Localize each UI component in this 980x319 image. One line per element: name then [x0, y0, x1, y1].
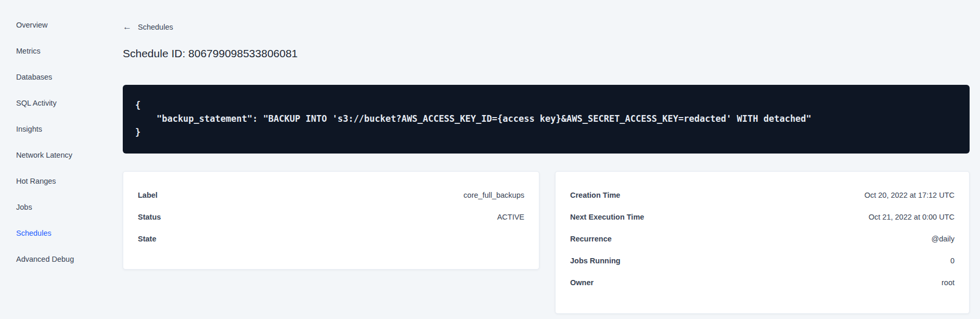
sidebar-item-insights[interactable]: Insights [0, 116, 102, 142]
back-link-label: Schedules [138, 23, 173, 31]
sidebar-item-jobs[interactable]: Jobs [0, 194, 102, 220]
row-label: Jobs Running [570, 257, 621, 265]
row-value: Oct 21, 2022 at 0:00 UTC [869, 213, 955, 221]
row-label: Next Execution Time [570, 213, 644, 221]
sidebar-nav: Overview Metrics Databases SQL Activity … [0, 0, 102, 319]
schedule-statement-code-block: { "backup_statement": "BACKUP INTO 's3:/… [123, 85, 970, 154]
sidebar-item-network-latency[interactable]: Network Latency [0, 142, 102, 168]
row-value: @daily [931, 235, 955, 243]
table-row: Recurrence @daily [570, 228, 955, 250]
back-to-schedules-link[interactable]: ← Schedules [123, 22, 173, 31]
page-title: Schedule ID: 806799098533806081 [123, 46, 298, 61]
sidebar-item-sql-activity[interactable]: SQL Activity [0, 90, 102, 116]
sidebar-item-overview[interactable]: Overview [0, 12, 102, 38]
table-row: Next Execution Time Oct 21, 2022 at 0:00… [570, 206, 955, 228]
code-line: } [135, 125, 957, 139]
table-row: Creation Time Oct 20, 2022 at 17:12 UTC [570, 184, 955, 206]
row-label: State [138, 235, 156, 243]
schedule-details-card: Label core_full_backups Status ACTIVE St… [123, 171, 539, 270]
schedule-detail-page: Overview Metrics Databases SQL Activity … [0, 0, 980, 319]
table-row: Status ACTIVE [138, 206, 524, 228]
sidebar-item-hot-ranges[interactable]: Hot Ranges [0, 168, 102, 194]
code-line: { [135, 98, 957, 112]
table-row: Label core_full_backups [138, 184, 524, 206]
row-label: Status [138, 213, 161, 221]
table-row: State [138, 228, 524, 250]
row-label: Owner [570, 278, 594, 287]
table-row: Owner root [570, 272, 955, 294]
summary-cards: Label core_full_backups Status ACTIVE St… [123, 171, 970, 314]
sidebar-item-schedules[interactable]: Schedules [0, 220, 102, 246]
sidebar-nav-list: Overview Metrics Databases SQL Activity … [0, 12, 102, 272]
sidebar-item-advanced-debug[interactable]: Advanced Debug [0, 246, 102, 272]
arrow-left-icon: ← [123, 22, 132, 31]
code-line: "backup_statement": "BACKUP INTO 's3://b… [135, 112, 957, 125]
row-label: Recurrence [570, 235, 612, 243]
row-label: Label [138, 191, 158, 199]
row-value: core_full_backups [463, 191, 524, 199]
table-row: Jobs Running 0 [570, 250, 955, 272]
schedule-timing-card: Creation Time Oct 20, 2022 at 17:12 UTC … [555, 171, 970, 314]
sidebar-item-metrics[interactable]: Metrics [0, 38, 102, 64]
row-value: Oct 20, 2022 at 17:12 UTC [865, 191, 955, 199]
row-value: ACTIVE [497, 213, 524, 221]
row-label: Creation Time [570, 191, 620, 199]
sidebar-item-databases[interactable]: Databases [0, 64, 102, 90]
row-value: 0 [950, 257, 955, 265]
row-value: root [942, 278, 955, 287]
